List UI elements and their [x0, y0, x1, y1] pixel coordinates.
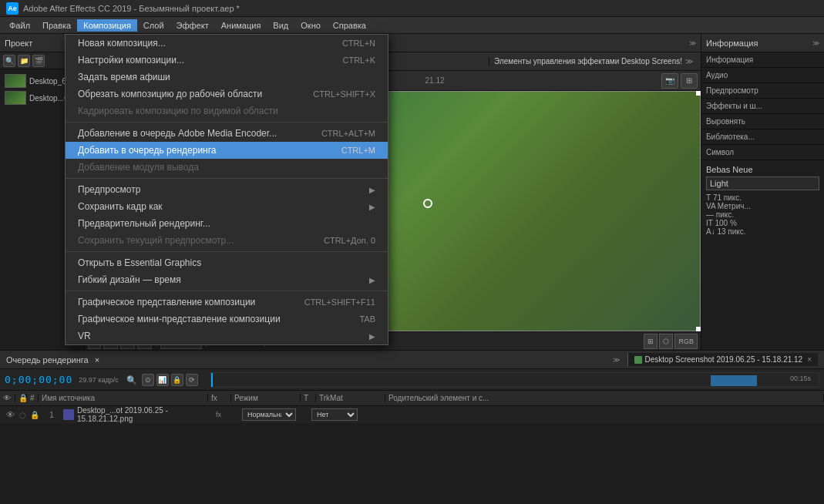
col-lock: 🔒	[15, 394, 27, 402]
timeline-end-label: 00:15s	[790, 375, 811, 382]
project-item-1-thumb	[5, 74, 26, 88]
menu-animation[interactable]: Анимация	[215, 19, 267, 32]
track-solo[interactable]: ◌	[17, 411, 29, 419]
preview-channel-select[interactable]: RGB	[674, 334, 698, 349]
right-panel-character[interactable]: Символ	[701, 145, 824, 160]
render-queue-label: Очередь рендеринга	[6, 355, 89, 365]
menu-responsive-design[interactable]: Гибкий дизайн — время ▶	[66, 271, 388, 288]
menu-essential-graphics[interactable]: Открыть в Essential Graphics	[66, 254, 388, 271]
menu-trim-comp[interactable]: Обрезать композицию до рабочей области C…	[66, 86, 388, 102]
track-parent-select[interactable]: Нет	[311, 408, 358, 421]
timeline-switch-btn[interactable]: ⟳	[186, 374, 198, 386]
font-style-display[interactable]: Light	[706, 176, 819, 190]
right-panel: Информация ≫ Информация Аудио Предпросмо…	[701, 34, 824, 350]
separator-4	[66, 291, 388, 291]
timeline-comp-close[interactable]: ×	[807, 355, 812, 364]
render-queue-close[interactable]: ×	[95, 355, 99, 365]
project-item-2-name: Desktop...С	[29, 94, 69, 102]
preview-mask-toggle[interactable]: ⬡	[659, 334, 673, 349]
right-panel-preview[interactable]: Предпросмотр	[701, 83, 824, 99]
menu-composition-flowchart[interactable]: Графическое представление композиции CTR…	[66, 294, 388, 311]
menu-composition-settings[interactable]: Настройки композиции... CTRL+K	[66, 52, 388, 69]
track-lock[interactable]: 🔒	[29, 411, 40, 419]
menu-mini-flowchart[interactable]: Графическое мини-представление композици…	[66, 311, 388, 328]
effects-panel-menu[interactable]: ≫	[685, 57, 693, 66]
menu-save-frame-as[interactable]: Сохранить кадр как ▶	[66, 198, 388, 215]
menu-pre-render[interactable]: Предварительный рендеринг...	[66, 215, 388, 232]
col-t: T	[301, 394, 316, 402]
project-new-comp-btn[interactable]: 🎬	[32, 55, 45, 67]
timeline-menu[interactable]: ≫	[613, 356, 620, 364]
project-search-btn[interactable]: 🔍	[3, 55, 15, 67]
project-new-folder-btn[interactable]: 📁	[18, 55, 30, 67]
menu-file[interactable]: Файл	[3, 19, 36, 32]
right-panel-libraries[interactable]: Библиотека...	[701, 129, 824, 145]
metric-leading: — пикс.	[706, 210, 819, 219]
metric-tracking: VA Метрич...	[706, 202, 819, 210]
grid-btn[interactable]: ⊞	[681, 73, 698, 89]
col-parent: Родительский элемент и с...	[385, 394, 824, 402]
camera-btn[interactable]: 📷	[661, 73, 678, 89]
col-num: #	[27, 394, 39, 402]
timeline-graph-btn[interactable]: 📊	[156, 374, 169, 386]
timecode-main[interactable]: 0;00;00;00	[5, 374, 72, 385]
timeline-ruler: 00:15s	[210, 372, 819, 388]
menu-composition[interactable]: Композиция	[77, 19, 137, 32]
handle-tr[interactable]	[696, 91, 701, 96]
metric-size: Т 71 пикс.	[706, 193, 819, 202]
menu-bar: Файл Правка Композиция Слой Эффект Анима…	[0, 17, 824, 34]
separator-3	[66, 251, 388, 252]
col-source-name: Имя источника	[39, 394, 208, 402]
menu-add-to-render-queue[interactable]: Добавить в очередь рендеринга CTRL+M	[66, 142, 388, 159]
right-panel-effects[interactable]: Эффекты и ш...	[701, 99, 824, 114]
menu-add-output-module: Добавление модуля вывода	[66, 159, 388, 176]
menu-add-to-media-encoder[interactable]: Добавление в очередь Adobe Media Encoder…	[66, 125, 388, 142]
search-timeline-btn[interactable]: 🔍	[126, 375, 137, 385]
metric-scale: IT 100 %	[706, 219, 819, 227]
handle-br[interactable]	[696, 327, 701, 331]
timeline-comp-name: Desktop Screenshot 2019.06.25 - 15.18.21…	[645, 355, 803, 364]
playhead[interactable]	[211, 373, 213, 387]
menu-help[interactable]: Справка	[327, 19, 372, 32]
menu-set-poster-time[interactable]: Задать время афиши	[66, 69, 388, 86]
menu-vr[interactable]: VR ▶	[66, 328, 388, 344]
track-eye[interactable]: 👁	[3, 410, 17, 419]
separator-1	[66, 122, 388, 123]
col-mode: Режим	[231, 394, 301, 402]
track-fx-area: fx	[216, 411, 239, 418]
menu-preview[interactable]: Предпросмотр ▶	[66, 181, 388, 198]
col-visibility: 👁	[0, 394, 15, 402]
preview-grid-toggle[interactable]: ⊞	[644, 334, 658, 349]
panel-menu-icon[interactable]: ≫	[689, 39, 696, 47]
preview-right-tools: ⊞ ⬡ RGB	[644, 334, 698, 349]
timeline-right-tools: ⊙ 📊 🔒 ⟳	[142, 374, 198, 386]
menu-new-composition[interactable]: Новая композиция... CTRL+N	[66, 35, 388, 52]
bottom-area: Очередь рендеринга × ≫ Desktop Screensho…	[0, 350, 824, 504]
timeline-comp-tab[interactable]: Desktop Screenshot 2019.06.25 - 15.18.21…	[627, 353, 818, 366]
tools-right: 📷 ⊞	[661, 73, 698, 89]
font-section: Bebas Neue Light Т 71 пикс. VA Метрич...…	[701, 160, 824, 240]
fps-display: 29.97 кадр/с	[79, 376, 118, 384]
menu-window[interactable]: Окно	[294, 19, 327, 32]
track-mode-select[interactable]: Нормальная	[242, 408, 296, 421]
right-panel-info[interactable]: Информация	[701, 52, 824, 68]
menu-effect[interactable]: Эффект	[170, 19, 215, 32]
title-bar: Ae Adobe After Effects CC 2019 - Безымян…	[0, 0, 824, 17]
menu-crop-comp: Кадрировать композицию по видимой област…	[66, 102, 388, 119]
project-panel-tab: Проект	[5, 39, 32, 48]
track-type-icon	[63, 409, 74, 420]
track-number: 1	[40, 411, 63, 419]
menu-view[interactable]: Вид	[267, 19, 294, 32]
timeline-clip-bar[interactable]	[711, 375, 757, 386]
timeline-solo-btn[interactable]: ⊙	[142, 374, 154, 386]
menu-edit[interactable]: Правка	[36, 19, 77, 32]
col-effects: fx	[208, 394, 231, 402]
menu-layer[interactable]: Слой	[137, 19, 170, 32]
timeline-lock-btn[interactable]: 🔒	[171, 374, 183, 386]
right-panel-menu[interactable]: ≫	[812, 39, 819, 47]
timecode-display: 21.12	[425, 76, 444, 85]
right-panel-align[interactable]: Выровнять	[701, 114, 824, 129]
timeline-track-row: 👁 ◌ 🔒 1 Desktop_...ot 2019.06.25 - 15.18…	[0, 406, 824, 423]
track-source-name: Desktop_...ot 2019.06.25 - 15.18.21.12.p…	[77, 406, 216, 423]
right-panel-audio[interactable]: Аудио	[701, 68, 824, 83]
